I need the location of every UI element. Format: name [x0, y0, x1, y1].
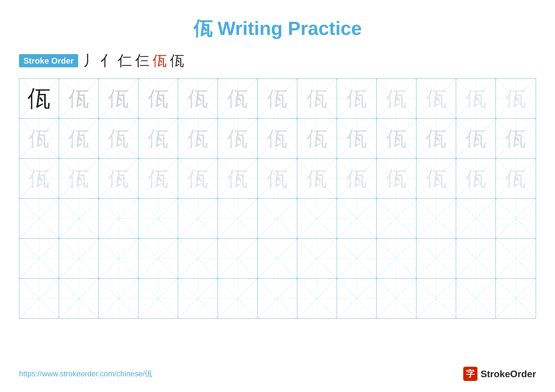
grid-cell[interactable]: 佤 [456, 119, 496, 158]
grid-cell[interactable] [496, 199, 535, 238]
grid-cell[interactable]: 佤 [416, 159, 456, 198]
svg-line-138 [178, 279, 218, 318]
grid-cell[interactable] [258, 239, 297, 278]
grid-cell[interactable]: 佤 [337, 159, 377, 198]
grid-cell[interactable] [178, 239, 218, 278]
grid-cell[interactable] [258, 199, 297, 238]
grid-cell[interactable] [139, 279, 178, 318]
grid-cell[interactable]: 佤 [337, 78, 377, 118]
grid-row [19, 239, 536, 279]
grid-cell[interactable] [297, 239, 337, 278]
svg-line-124 [416, 239, 456, 278]
grid-cell[interactable] [218, 199, 258, 238]
svg-line-152 [456, 279, 496, 318]
grid-cell[interactable]: 佤 [496, 78, 535, 118]
grid-cell[interactable]: 佤 [377, 159, 416, 198]
grid-cell[interactable]: 佤 [218, 78, 258, 118]
grid-cell[interactable] [456, 239, 496, 278]
grid-cell[interactable] [99, 239, 139, 278]
grid-cell[interactable]: 佤 [297, 159, 337, 198]
grid-cell[interactable] [496, 279, 535, 318]
grid-cell[interactable]: 佤 [59, 159, 99, 198]
grid-cell[interactable]: 佤 [456, 159, 496, 198]
svg-line-109 [99, 239, 138, 278]
grid-cell[interactable] [99, 279, 139, 318]
grid-cell[interactable] [178, 279, 218, 318]
grid-cell[interactable] [456, 279, 496, 318]
svg-line-117 [258, 239, 297, 278]
grid-cell[interactable]: 佤 [416, 78, 456, 118]
grid-cell[interactable]: 佤 [377, 119, 416, 158]
svg-line-132 [59, 279, 98, 318]
grid-cell[interactable] [258, 279, 297, 318]
grid-cell[interactable] [456, 199, 496, 238]
grid-cell[interactable]: 佤 [178, 78, 218, 118]
grid-cell[interactable] [377, 239, 416, 278]
svg-line-91 [258, 199, 297, 238]
grid-cell[interactable]: 佤 [258, 159, 297, 198]
grid-cell[interactable] [416, 199, 456, 238]
grid-cell[interactable]: 佤 [99, 119, 139, 158]
grid-cell[interactable] [99, 199, 139, 238]
grid-cell[interactable] [337, 279, 377, 318]
svg-line-133 [59, 279, 98, 318]
svg-line-146 [337, 279, 376, 318]
grid-cell[interactable]: 佤 [337, 119, 377, 158]
grid-cell[interactable]: 佤 [99, 159, 139, 198]
grid-cell[interactable]: 佤 [99, 78, 139, 118]
grid-cell[interactable] [377, 279, 416, 318]
grid-cell[interactable]: 佤 [59, 119, 99, 158]
grid-cell[interactable]: 佤 [19, 78, 59, 118]
grid-cell[interactable]: 佤 [496, 119, 535, 158]
grid-cell[interactable] [59, 239, 99, 278]
grid-cell[interactable] [337, 199, 377, 238]
grid-cell[interactable]: 佤 [218, 159, 258, 198]
grid-cell[interactable]: 佤 [59, 78, 99, 118]
grid-cell[interactable] [19, 279, 59, 318]
grid-cell[interactable] [218, 279, 258, 318]
grid-cell[interactable] [19, 199, 59, 238]
grid-cell[interactable]: 佤 [496, 159, 535, 198]
grid-cell[interactable]: 佤 [258, 78, 297, 118]
grid-cell[interactable]: 佤 [297, 78, 337, 118]
svg-line-80 [59, 199, 98, 238]
grid-cell[interactable]: 佤 [218, 119, 258, 158]
grid-cell[interactable]: 佤 [258, 119, 297, 158]
grid-cell[interactable] [19, 239, 59, 278]
grid-cell[interactable]: 佤 [178, 159, 218, 198]
stroke-sequence: 丿 亻 仁 仨 佤 佤 [83, 51, 184, 70]
svg-line-135 [99, 279, 138, 318]
grid-cell[interactable] [218, 239, 258, 278]
grid-cell[interactable] [297, 279, 337, 318]
grid-cell[interactable]: 佤 [139, 78, 178, 118]
grid-cell[interactable]: 佤 [19, 159, 59, 198]
grid-cell[interactable]: 佤 [139, 159, 178, 198]
grid-cell[interactable]: 佤 [139, 119, 178, 158]
grid-cell[interactable]: 佤 [456, 78, 496, 118]
grid-cell[interactable] [337, 239, 377, 278]
svg-line-140 [218, 279, 257, 318]
grid-cell[interactable] [139, 239, 178, 278]
grid-cell[interactable]: 佤 [377, 78, 416, 118]
svg-line-96 [377, 199, 416, 238]
grid-cell[interactable]: 佤 [297, 119, 337, 158]
grid-cell[interactable] [496, 239, 535, 278]
stroke-1: 丿 [83, 51, 97, 70]
grid-cell[interactable] [178, 199, 218, 238]
grid-cell[interactable]: 佤 [19, 119, 59, 158]
grid-cell[interactable]: 佤 [416, 119, 456, 158]
grid-cell[interactable] [59, 279, 99, 318]
grid-cell[interactable] [297, 199, 337, 238]
stroke-3: 仁 [118, 51, 132, 70]
grid-row [19, 279, 536, 318]
svg-line-89 [218, 199, 257, 238]
grid-cell[interactable] [139, 199, 178, 238]
logo-text: StrokeOrder [481, 368, 536, 379]
grid-cell[interactable] [416, 279, 456, 318]
grid-cell[interactable] [59, 199, 99, 238]
grid-cell[interactable] [416, 239, 456, 278]
grid-cell[interactable]: 佤 [178, 119, 218, 158]
grid-cell[interactable] [377, 199, 416, 238]
svg-line-127 [456, 239, 496, 278]
svg-line-97 [377, 199, 416, 238]
